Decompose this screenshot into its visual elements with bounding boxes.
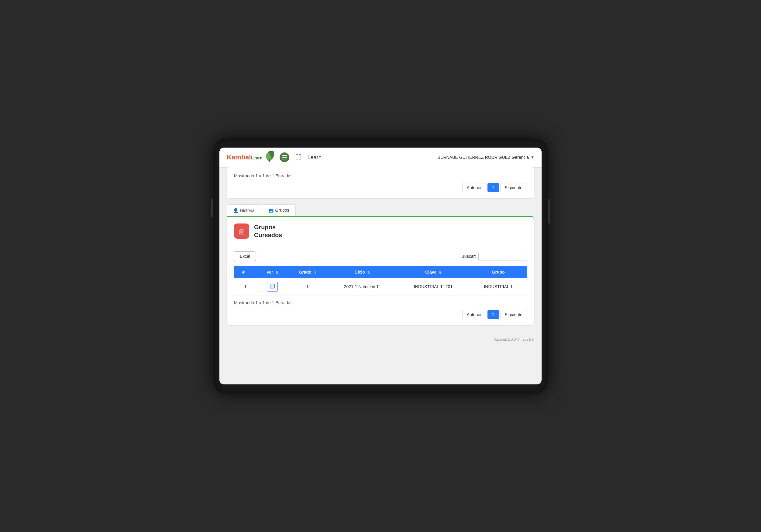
col-grupo: Grupo <box>470 266 527 278</box>
tab-historial-label: Historial <box>240 208 256 213</box>
view-button[interactable] <box>267 282 278 292</box>
bottom-prev-button[interactable]: Anterior <box>462 310 486 319</box>
header-left: KambalLearn <box>227 151 322 163</box>
sort-icon: ⇅ <box>439 271 441 274</box>
backpack-icon <box>237 227 246 235</box>
logo-container: KambalLearn <box>227 151 275 163</box>
historial-icon: 👤 <box>233 208 238 213</box>
grupos-icon: 👥 <box>268 208 273 213</box>
cell-num: 1 <box>234 278 257 295</box>
sort-icon: ↑ <box>247 271 249 274</box>
cell-clave: INDUSTRIAL 1° 201 <box>397 278 470 295</box>
expand-button[interactable] <box>294 152 303 162</box>
device-frame: KambalLearn <box>213 138 548 394</box>
top-section: Mostrando 1 a 1 de 1 Entradas Anterior 1… <box>227 167 534 198</box>
sort-icon: ⇅ <box>314 271 317 274</box>
footer-text: Kambal 1.0.0 ® | 2021 © <box>494 337 534 342</box>
tab-grupos[interactable]: 👥 Grupos <box>262 204 296 216</box>
table-header-row: # ↑ Ver ⇅ Grado ⇅ Ciclo ⇅ <box>234 266 527 278</box>
top-prev-button[interactable]: Anterior <box>462 183 486 192</box>
hamburger-button[interactable] <box>280 152 289 162</box>
cell-ver <box>257 278 287 295</box>
hamburger-line <box>282 159 287 159</box>
groups-body: Excel Buscar: # ↑ <box>227 245 534 325</box>
col-ciclo: Ciclo ⇅ <box>327 266 397 278</box>
table-header: # ↑ Ver ⇅ Grado ⇅ Ciclo ⇅ <box>234 266 527 278</box>
search-area: Buscar: <box>462 252 527 261</box>
user-name: BERNABE GUTIERREZ RODRIGUEZ Gerencia <box>438 155 529 160</box>
user-menu[interactable]: BERNABE GUTIERREZ RODRIGUEZ Gerencia ▼ <box>438 155 534 160</box>
sort-icon: ⇅ <box>368 271 370 274</box>
search-label: Buscar: <box>462 254 476 259</box>
app-footer: Kambal 1.0.0 ® | 2021 © <box>219 333 542 346</box>
bottom-section: Mostrando 1 a 1 de 1 Entradas Anterior 1… <box>234 300 527 319</box>
bottom-showing-text: Mostrando 1 a 1 de 1 Entradas <box>234 300 527 305</box>
chevron-down-icon: ▼ <box>531 155 534 159</box>
header-app-name: Learn <box>308 154 322 161</box>
logo-kambal-text: KambalLearn <box>227 153 263 161</box>
cell-ciclo: 2021-1 Nutrición 1° <box>327 278 397 295</box>
book-icon <box>269 283 275 289</box>
top-page-1-button[interactable]: 1 <box>488 183 499 192</box>
table-row: 1 <box>234 278 527 295</box>
toolbar: Excel Buscar: <box>234 251 527 261</box>
cell-grado: 1 <box>287 278 327 295</box>
tab-grupos-label: Grupos <box>275 208 289 213</box>
groups-section: Grupos Cursados Excel Buscar: <box>227 216 534 325</box>
device-screen: KambalLearn <box>219 148 542 384</box>
hamburger-line <box>282 157 287 158</box>
top-next-button[interactable]: Siguiente <box>500 183 527 192</box>
top-pagination: Anterior 1 Siguiente <box>234 183 527 192</box>
col-ver: Ver ⇅ <box>257 266 287 278</box>
top-showing-text: Mostrando 1 a 1 de 1 Entradas <box>234 173 527 178</box>
col-num: # ↑ <box>234 266 257 278</box>
expand-icon <box>295 154 302 160</box>
groups-icon <box>234 224 249 239</box>
groups-header: Grupos Cursados <box>227 217 534 245</box>
tab-historial[interactable]: 👤 Historial <box>227 204 262 216</box>
cell-grupo: INDUSTRIAL 1 <box>470 278 527 295</box>
app-container: KambalLearn <box>219 148 542 384</box>
col-grado: Grado ⇅ <box>287 266 327 278</box>
groups-title: Grupos Cursados <box>254 223 282 239</box>
excel-button[interactable]: Excel <box>234 251 256 261</box>
hamburger-line <box>282 155 287 156</box>
data-table: # ↑ Ver ⇅ Grado ⇅ Ciclo ⇅ <box>234 266 527 295</box>
bottom-pagination: Anterior 1 Siguiente <box>234 310 527 319</box>
header-right: BERNABE GUTIERREZ RODRIGUEZ Gerencia ▼ <box>438 155 534 160</box>
logo-leaf-icon <box>264 151 275 163</box>
bottom-page-1-button[interactable]: 1 <box>488 310 499 319</box>
sort-icon: ⇅ <box>276 271 278 274</box>
table-body: 1 <box>234 278 527 295</box>
col-clave: Clave ⇅ <box>397 266 470 278</box>
search-input[interactable] <box>478 252 527 261</box>
main-content: Mostrando 1 a 1 de 1 Entradas Anterior 1… <box>219 167 542 333</box>
bottom-next-button[interactable]: Siguiente <box>500 310 527 319</box>
header: KambalLearn <box>219 148 542 167</box>
tabs-container: 👤 Historial 👥 Grupos <box>227 204 534 216</box>
